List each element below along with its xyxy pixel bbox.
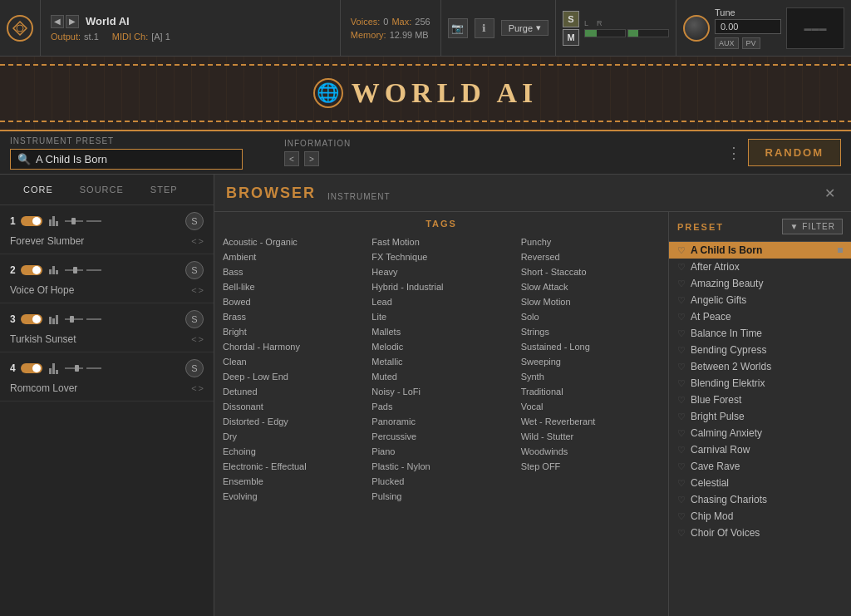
- tag-item[interactable]: Metallic: [368, 355, 514, 368]
- slot-3-nav[interactable]: < >: [191, 334, 204, 344]
- tag-item[interactable]: Heavy: [368, 265, 514, 278]
- preset-row[interactable]: ♡Chip Mod: [669, 508, 851, 525]
- tag-item[interactable]: FX Technique: [368, 250, 514, 264]
- preset-row[interactable]: ♡Balance In Time: [669, 325, 851, 342]
- info-btn[interactable]: ℹ: [475, 18, 494, 38]
- aux-btn[interactable]: AUX: [715, 37, 739, 49]
- tag-item[interactable]: Hybrid - Industrial: [368, 280, 514, 293]
- tag-item[interactable]: Synth: [518, 370, 663, 383]
- tag-item[interactable]: Ensemble: [219, 475, 365, 488]
- preset-next-btn[interactable]: >: [304, 151, 319, 166]
- preset-row[interactable]: ♡At Peace: [669, 308, 851, 325]
- pv-btn[interactable]: PV: [742, 37, 760, 49]
- slot-3-toggle[interactable]: [21, 314, 42, 324]
- tag-item[interactable]: Piano: [368, 445, 514, 458]
- tag-item[interactable]: Wet - Reverberant: [518, 415, 663, 428]
- tag-item[interactable]: Slow Attack: [518, 280, 663, 293]
- tag-item[interactable]: Vocal: [518, 400, 663, 413]
- preset-row[interactable]: ♡Cave Rave: [669, 458, 851, 475]
- slot-3-s-btn[interactable]: S: [185, 310, 204, 328]
- slot-1-nav[interactable]: < >: [191, 236, 204, 246]
- preset-row[interactable]: ♡Between 2 Worlds: [669, 358, 851, 375]
- tab-source[interactable]: SOURCE: [66, 181, 137, 198]
- slot-2-next[interactable]: >: [199, 285, 204, 295]
- slot-4-s-btn[interactable]: S: [185, 359, 204, 377]
- tag-item[interactable]: Dry: [219, 430, 365, 443]
- title-arrows[interactable]: ◀ ▶: [51, 15, 79, 28]
- preset-row[interactable]: ♡Blending Elektrix: [669, 375, 851, 392]
- tag-item[interactable]: Muted: [368, 370, 514, 383]
- tag-item[interactable]: [518, 490, 663, 503]
- slot-2-nav[interactable]: < >: [191, 285, 204, 295]
- camera-btn[interactable]: 📷: [448, 18, 468, 38]
- slot-2-toggle[interactable]: [21, 265, 42, 275]
- tag-item[interactable]: Evolving: [219, 490, 365, 503]
- preset-row[interactable]: ♡Calming Anxiety: [669, 425, 851, 441]
- fader-handle[interactable]: [73, 267, 77, 274]
- preset-search-input[interactable]: [36, 153, 235, 165]
- tag-item[interactable]: [518, 475, 663, 488]
- slot-1-prev[interactable]: <: [191, 236, 196, 246]
- tag-item[interactable]: Bowed: [219, 295, 365, 308]
- slot-3-next[interactable]: >: [199, 334, 204, 344]
- tag-item[interactable]: Plucked: [368, 475, 514, 488]
- slot-4-next[interactable]: >: [199, 383, 204, 393]
- fader-handle[interactable]: [70, 316, 74, 323]
- preset-row[interactable]: ♡Choir Of Voices: [669, 525, 851, 541]
- tag-item[interactable]: Slow Motion: [518, 295, 663, 308]
- tag-item[interactable]: Sustained - Long: [518, 340, 663, 353]
- next-instrument-btn[interactable]: ▶: [66, 15, 79, 28]
- browser-close-btn[interactable]: ✕: [819, 183, 839, 203]
- tag-item[interactable]: Brass: [219, 310, 365, 323]
- preset-row[interactable]: ♡Amazing Beauty: [669, 275, 851, 292]
- tab-step[interactable]: STEP: [137, 181, 191, 198]
- tab-core[interactable]: CORE: [10, 181, 66, 198]
- tag-item[interactable]: Fast Motion: [368, 235, 514, 249]
- tag-item[interactable]: Electronic - Effectual: [219, 460, 365, 473]
- s-btn[interactable]: S: [563, 11, 579, 27]
- random-btn[interactable]: RANDOM: [748, 139, 842, 166]
- tag-item[interactable]: Clean: [219, 355, 365, 368]
- tag-item[interactable]: Chordal - Harmony: [219, 340, 365, 353]
- slot-1-next[interactable]: >: [199, 236, 204, 246]
- tag-item[interactable]: Pads: [368, 400, 514, 413]
- purge-btn[interactable]: Purge ▾: [501, 20, 548, 36]
- tag-item[interactable]: Pulsing: [368, 490, 514, 503]
- preset-row[interactable]: ♡Angelic Gifts: [669, 292, 851, 308]
- m-btn[interactable]: M: [563, 29, 579, 46]
- tag-item[interactable]: Plastic - Nylon: [368, 460, 514, 473]
- tag-item[interactable]: Strings: [518, 325, 663, 338]
- preset-prev-btn[interactable]: <: [284, 151, 299, 166]
- slot-4-nav[interactable]: < >: [191, 383, 204, 393]
- tag-item[interactable]: Panoramic: [368, 415, 514, 428]
- tag-item[interactable]: Bass: [219, 265, 365, 278]
- tag-item[interactable]: Short - Staccato: [518, 265, 663, 278]
- tag-item[interactable]: Lite: [368, 310, 514, 323]
- slot-3-prev[interactable]: <: [191, 334, 196, 344]
- filter-btn[interactable]: ▼ FILTER: [782, 219, 843, 234]
- tag-item[interactable]: Dissonant: [219, 400, 365, 413]
- dots-menu-btn[interactable]: ⋮: [720, 144, 748, 162]
- preset-row[interactable]: ♡Bright Pulse: [669, 408, 851, 425]
- prev-instrument-btn[interactable]: ◀: [51, 15, 64, 28]
- slot-1-s-btn[interactable]: S: [185, 212, 204, 230]
- tag-item[interactable]: Bell-like: [219, 280, 365, 293]
- tag-item[interactable]: Reversed: [518, 250, 663, 264]
- preset-row[interactable]: ♡After Atriox: [669, 259, 851, 275]
- tag-item[interactable]: Punchy: [518, 235, 663, 249]
- fader-handle[interactable]: [75, 365, 79, 372]
- tag-item[interactable]: Detuned: [219, 385, 365, 398]
- tag-item[interactable]: Melodic: [368, 340, 514, 353]
- tag-item[interactable]: Wild - Stutter: [518, 430, 663, 443]
- preset-row[interactable]: ♡Blue Forest: [669, 392, 851, 408]
- tag-item[interactable]: Mallets: [368, 325, 514, 338]
- tag-item[interactable]: Acoustic - Organic: [219, 235, 365, 249]
- preset-row[interactable]: ♡Bending Cypress: [669, 342, 851, 358]
- tag-item[interactable]: Noisy - LoFi: [368, 385, 514, 398]
- tune-knob[interactable]: [683, 15, 710, 42]
- preset-row[interactable]: ♡Celestial: [669, 475, 851, 491]
- tag-item[interactable]: Percussive: [368, 430, 514, 443]
- tag-item[interactable]: Traditional: [518, 385, 663, 398]
- slot-2-s-btn[interactable]: S: [185, 261, 204, 279]
- tag-item[interactable]: Sweeping: [518, 355, 663, 368]
